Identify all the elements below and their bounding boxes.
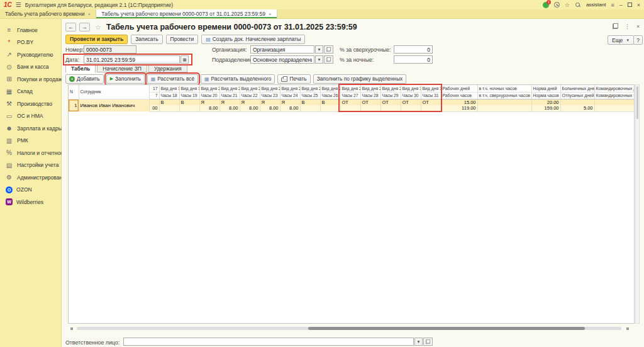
post-and-close-button[interactable]: Провести и закрыть bbox=[65, 35, 128, 44]
number-field[interactable] bbox=[84, 45, 136, 54]
col-header-employee[interactable]: Сотрудник bbox=[79, 85, 149, 99]
col-header-day24-vid[interactable]: Вид дня 24 bbox=[280, 85, 300, 92]
day28-hours-cell[interactable] bbox=[360, 105, 380, 111]
col-header-total4-top[interactable]: Командировочных дней bbox=[594, 85, 634, 92]
day20-vid-cell[interactable]: Я bbox=[199, 99, 219, 105]
col-header-day29-vid[interactable]: Вид дня 29 bbox=[380, 85, 401, 92]
calc-selected-button[interactable]: ▦Рассчитать выделенного bbox=[201, 74, 275, 84]
col-header-day18-hours[interactable]: Часы 18 bbox=[159, 92, 179, 99]
day17-vid-cell[interactable] bbox=[149, 99, 159, 105]
col-header-day17-hours[interactable]: 7 bbox=[149, 92, 159, 99]
day30-hours-cell[interactable] bbox=[401, 105, 421, 111]
window-tab-1[interactable]: Табель учета рабочего времени× bbox=[0, 9, 96, 18]
employee-cell[interactable]: Иванов Иван Иванович bbox=[79, 99, 149, 111]
night-percent-field[interactable] bbox=[394, 55, 433, 64]
tab-удержания[interactable]: Удержания bbox=[148, 64, 187, 72]
col-header-total4-bottom[interactable]: Командировочных часов bbox=[594, 92, 634, 99]
department-field[interactable] bbox=[250, 55, 314, 64]
close-tab-icon[interactable]: × bbox=[88, 11, 91, 17]
col-header-day30-hours[interactable]: Часы 30 bbox=[401, 92, 421, 99]
col-header-day25-vid[interactable]: Вид дня 25 bbox=[300, 85, 320, 92]
vertical-scrollbar[interactable] bbox=[635, 84, 640, 324]
sidebar-item-administrirovanie[interactable]: ⚙Администрирование bbox=[0, 171, 61, 184]
date-field[interactable] bbox=[84, 55, 180, 64]
help-button[interactable]: ? bbox=[633, 35, 643, 45]
sidebar-item-sklad[interactable]: ▦Склад bbox=[0, 86, 61, 98]
col-header-day18-vid[interactable]: Вид дня 18 bbox=[159, 85, 179, 92]
sidebar-item-nalogi-i-otchetnost[interactable]: %Налоги и отчетность bbox=[0, 147, 61, 159]
user-name[interactable]: assistant bbox=[586, 2, 606, 8]
col-header-day19-hours[interactable]: Часы 19 bbox=[179, 92, 199, 99]
forward-button[interactable]: → bbox=[79, 23, 90, 31]
day18-hours-cell[interactable] bbox=[159, 105, 179, 111]
total2-top-cell[interactable]: 20.00 bbox=[531, 99, 560, 105]
total3-bottom-cell[interactable]: 5.00 bbox=[560, 105, 594, 111]
col-header-day22-vid[interactable]: Вид дня 22 bbox=[240, 85, 260, 92]
tab-начисление-зп[interactable]: Начисление ЗП bbox=[97, 64, 147, 72]
print-button[interactable]: Печать bbox=[277, 74, 310, 84]
sidebar-item-rmk[interactable]: ▥РМК bbox=[0, 135, 61, 147]
col-header-total3-top[interactable]: Больничных дней bbox=[560, 85, 594, 92]
close-form-icon[interactable]: × bbox=[636, 23, 640, 30]
sidebar-item-proizvodstvo[interactable]: ⚒Производство bbox=[0, 98, 61, 110]
day22-vid-cell[interactable]: Я bbox=[240, 99, 260, 105]
day26-vid-cell[interactable]: В bbox=[320, 99, 340, 105]
close-window-button[interactable]: × bbox=[637, 2, 640, 8]
sidebar-item-os-i-nma[interactable]: ▭ОС и НМА bbox=[0, 110, 61, 123]
col-header-total1-top[interactable]: в т.ч. ночных часов bbox=[477, 85, 531, 92]
col-header-day20-vid[interactable]: Вид дня 20 bbox=[199, 85, 219, 92]
col-header-day19-vid[interactable]: Вид дня 19 bbox=[179, 85, 199, 92]
day31-vid-cell[interactable]: ОТ bbox=[421, 99, 441, 105]
col-header-day31-hours[interactable]: Часы 31 bbox=[421, 92, 441, 99]
sidebar-item-po-by[interactable]: *PO.BY bbox=[0, 37, 61, 49]
col-header-day21-hours[interactable]: Часы 21 bbox=[219, 92, 240, 99]
col-header-total1-bottom[interactable]: в т.ч. сверхурочных часов bbox=[477, 92, 531, 99]
history-icon[interactable] bbox=[554, 2, 560, 8]
total3-top-cell[interactable] bbox=[560, 99, 594, 105]
responsible-open-icon[interactable] bbox=[423, 338, 433, 346]
day19-hours-cell[interactable] bbox=[179, 105, 199, 111]
more-menu-icon[interactable]: ⋮ bbox=[625, 23, 630, 30]
col-header-day30-vid[interactable]: Вид дня 30 bbox=[401, 85, 421, 92]
sidebar-item-wildberries[interactable]: WWildberries bbox=[0, 196, 61, 208]
col-header-day25-hours[interactable]: Часы 25 bbox=[300, 92, 320, 99]
favorite-star-icon[interactable]: ☆ bbox=[95, 23, 101, 31]
day24-hours-cell[interactable]: 8.00 bbox=[280, 105, 300, 111]
row-number-cell[interactable]: 1 bbox=[69, 99, 79, 111]
total1-bottom-cell[interactable] bbox=[477, 105, 531, 111]
col-header-day21-vid[interactable]: Вид дня 21 bbox=[219, 85, 240, 92]
service-menu-icon[interactable]: ≡ bbox=[611, 2, 614, 8]
day26-hours-cell[interactable] bbox=[320, 105, 340, 111]
total4-bottom-cell[interactable] bbox=[594, 105, 634, 111]
add-button[interactable]: +Добавить bbox=[65, 74, 104, 84]
horizontal-scrollbar[interactable] bbox=[68, 326, 635, 332]
back-button[interactable]: ← bbox=[65, 23, 76, 31]
maximize-button[interactable] bbox=[628, 3, 632, 7]
calc-all-button[interactable]: ▦Рассчитать всё bbox=[147, 74, 198, 84]
col-header-day29-hours[interactable]: Часы 29 bbox=[380, 92, 401, 99]
main-menu-icon[interactable]: ☰ bbox=[16, 1, 21, 8]
total0-bottom-cell[interactable]: 119.00 bbox=[441, 105, 477, 111]
day17-hours-cell[interactable]: 00 bbox=[149, 105, 159, 111]
calendar-icon[interactable]: ▦ bbox=[180, 55, 189, 64]
organization-field[interactable] bbox=[250, 45, 314, 54]
day21-hours-cell[interactable]: 8.00 bbox=[219, 105, 240, 111]
day27-hours-cell[interactable] bbox=[340, 105, 360, 111]
col-header-day22-hours[interactable]: Часы 22 bbox=[240, 92, 260, 99]
col-header-day27-hours[interactable]: Часы 27 bbox=[340, 92, 360, 99]
col-header-day26-hours[interactable]: Часы 26 bbox=[320, 92, 340, 99]
day22-hours-cell[interactable]: 8.00 bbox=[240, 105, 260, 111]
search-icon[interactable] bbox=[575, 2, 581, 8]
write-button[interactable]: Записать bbox=[131, 35, 162, 44]
col-header-day24-hours[interactable]: Часы 24 bbox=[280, 92, 300, 99]
total1-top-cell[interactable] bbox=[477, 99, 531, 105]
organization-dropdown-icon[interactable]: ▼ bbox=[315, 45, 323, 54]
post-button[interactable]: Провести bbox=[166, 35, 199, 44]
day31-hours-cell[interactable] bbox=[421, 105, 441, 111]
day21-vid-cell[interactable]: Я bbox=[219, 99, 240, 105]
col-header-day17-vid[interactable]: 17 bbox=[149, 85, 159, 92]
more-button[interactable]: Еще▼ bbox=[608, 35, 634, 45]
sidebar-item-bank-i-kassa[interactable]: ⊙Банк и касса bbox=[0, 61, 61, 74]
day29-hours-cell[interactable] bbox=[380, 105, 401, 111]
day19-vid-cell[interactable]: В bbox=[179, 99, 199, 105]
